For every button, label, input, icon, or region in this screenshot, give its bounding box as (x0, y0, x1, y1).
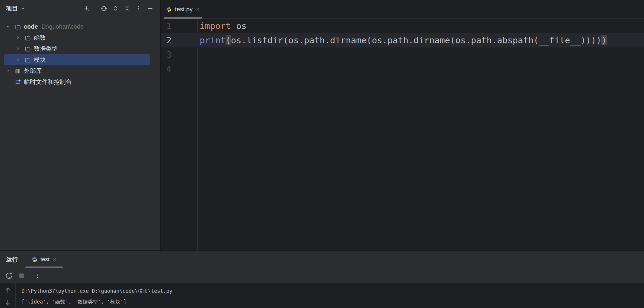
folder-icon (15, 24, 21, 30)
tree-item-shujuleixing[interactable]: 数据类型 (4, 43, 150, 54)
tree-item-external-libraries[interactable]: 外部库 (4, 65, 150, 76)
line-code: import os (161, 19, 247, 33)
console-gutter (0, 283, 16, 308)
chevron-down-icon[interactable] (6, 24, 11, 29)
pycharm-window: 项目 codeD:\guohan\code函数数据类型模块外部库临时文件和控制台… (0, 0, 644, 308)
folder-icon (25, 35, 31, 41)
more-options-button[interactable] (35, 273, 40, 279)
hide-icon (147, 5, 153, 11)
line-number: 4 (161, 62, 172, 76)
tree-item-label: 函数 (34, 34, 46, 42)
more-options-button[interactable] (135, 5, 142, 12)
rerun-button[interactable] (5, 272, 13, 280)
console-line: D:\Python37\python.exe D:\guohan\code\模块… (22, 286, 644, 296)
chevron-right-icon[interactable] (16, 36, 20, 40)
collapse-all-button[interactable] (124, 5, 130, 12)
chevron-right-icon[interactable] (16, 47, 20, 51)
project-panel-header: 项目 (0, 0, 160, 15)
chevron-right-icon[interactable] (16, 36, 21, 40)
line-number: 3 (161, 47, 172, 62)
folder-icon (25, 35, 31, 41)
console-line: ['.idea', '函数', '数据类型', '模块'] (22, 296, 644, 307)
folder-icon (25, 57, 31, 63)
project-panel-title: 项目 (6, 4, 18, 13)
library-icon (15, 68, 21, 74)
editor-line-4: 4 (161, 62, 644, 76)
scratches-icon (15, 79, 21, 85)
editor-tab-label: test.py (175, 6, 193, 13)
run-panel-header: 运行 test (0, 251, 644, 268)
tree-indent-spacer (6, 80, 11, 84)
console-output[interactable]: D:\Python37\python.exe D:\guohan\code\模块… (16, 283, 644, 308)
tree-item-label: 模块 (34, 56, 46, 64)
run-tab-test[interactable]: test (25, 251, 63, 268)
chevron-down-icon[interactable] (6, 24, 10, 29)
editor-area[interactable]: test.py 1import os2print(os.listdir(os.p… (161, 0, 644, 250)
tree-item-hanshu[interactable]: 函数 (4, 32, 150, 43)
project-tool-window: 项目 codeD:\guohan\code函数数据类型模块外部库临时文件和控制台 (0, 0, 161, 250)
rerun-icon (5, 272, 13, 280)
tree-item-code-root[interactable]: codeD:\guohan\code (4, 21, 150, 32)
hide-button[interactable] (147, 5, 154, 12)
active-run-tab-indicator (25, 267, 63, 268)
add-icon (84, 5, 90, 11)
code-editor[interactable]: 1import os2print(os.listdir(os.path.dirn… (161, 19, 644, 250)
stop-button[interactable] (18, 272, 25, 279)
arrow-down-icon (4, 299, 12, 307)
tree-item-mokuai[interactable]: 模块 (4, 54, 150, 65)
editor-line-2: 2print(os.listdir(os.path.dirname(os.pat… (161, 33, 644, 47)
locate-button[interactable] (100, 5, 107, 12)
editor-tab-bar: test.py (161, 0, 644, 19)
close-tab-button[interactable] (195, 7, 200, 12)
tree-item-label: code (24, 23, 38, 30)
run-console: D:\Python37\python.exe D:\guohan\code\模块… (0, 283, 644, 308)
toolbar-divider (30, 272, 30, 279)
editor-line-3: 3 (161, 47, 644, 62)
arrow-down-button[interactable] (4, 299, 12, 307)
folder-icon (25, 57, 31, 63)
collapse-all-icon (124, 5, 130, 11)
project-views-dropdown[interactable] (21, 6, 25, 11)
folder-icon (25, 46, 31, 52)
library-icon (15, 68, 21, 74)
close-run-tab-icon[interactable] (52, 257, 57, 262)
more-options-icon (136, 5, 141, 11)
run-panel-title: 运行 (6, 255, 18, 264)
tree-item-path: D:\guohan\code (42, 23, 84, 30)
run-tab-label: test (40, 256, 50, 263)
chevron-right-icon[interactable] (16, 47, 21, 51)
arrow-up-icon (4, 286, 12, 294)
run-toolbar (0, 268, 644, 283)
tree-item-label: 外部库 (24, 67, 42, 75)
tree-item-scratches-consoles[interactable]: 临时文件和控制台 (4, 76, 150, 87)
project-panel-toolbar (83, 5, 154, 12)
arrow-up-button[interactable] (4, 286, 12, 294)
line-code: print(os.listdir(os.path.dirname(os.path… (161, 33, 607, 47)
close-run-tab-button[interactable] (52, 257, 57, 262)
folder-icon (15, 24, 21, 30)
close-tab-icon[interactable] (195, 7, 200, 12)
chevron-right-icon[interactable] (6, 69, 10, 73)
chevron-right-icon[interactable] (16, 58, 21, 62)
tree-item-label: 临时文件和控制台 (24, 78, 72, 86)
expand-all-icon (113, 5, 118, 11)
folder-icon (25, 46, 31, 52)
editor-tab-test-py[interactable]: test.py (164, 0, 202, 19)
chevron-down-icon (21, 6, 25, 11)
more-options-icon (35, 273, 40, 279)
stop-icon (18, 272, 25, 279)
scratches-icon (15, 79, 21, 85)
project-tree: codeD:\guohan\code函数数据类型模块外部库临时文件和控制台 (0, 21, 160, 87)
run-tool-window: 运行 test D:\Python37\python.exe D:\guohan… (0, 250, 644, 308)
add-button[interactable] (83, 5, 90, 12)
python-run-icon (31, 256, 38, 263)
python-file-icon (166, 6, 172, 13)
toolbar-divider (95, 5, 95, 12)
chevron-right-icon[interactable] (16, 58, 20, 62)
chevron-right-icon[interactable] (6, 69, 11, 73)
expand-all-button[interactable] (112, 5, 119, 12)
editor-line-1: 1import os (161, 19, 644, 33)
tree-item-label: 数据类型 (34, 45, 58, 53)
locate-icon (101, 5, 107, 12)
